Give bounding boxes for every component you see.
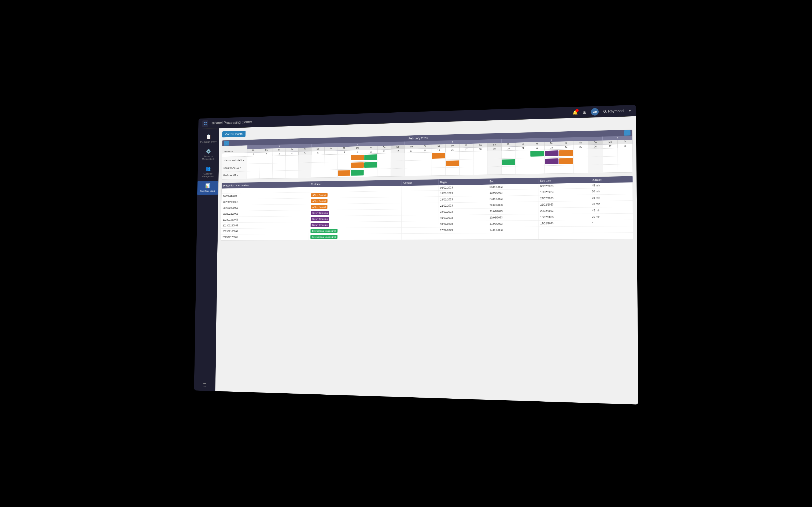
resource-cell-1-12[interactable]	[404, 160, 418, 168]
sidebar-item-shopfloor-board[interactable]: 📊 Shopfloor Board	[197, 181, 218, 195]
resource-cell-2-16[interactable]	[459, 167, 473, 175]
expand-icon-1[interactable]: ▾	[240, 167, 241, 169]
order-block[interactable]	[530, 151, 544, 157]
resource-cell-1-17[interactable]	[473, 159, 487, 167]
resource-cell-0-1[interactable]	[260, 156, 272, 164]
resource-cell-1-10[interactable]	[377, 161, 391, 169]
resource-cell-1-24[interactable]	[573, 157, 588, 165]
resource-cell-2-23[interactable]	[559, 165, 573, 173]
resource-cell-2-13[interactable]	[418, 168, 432, 176]
resource-cell-0-26[interactable]	[603, 148, 617, 157]
resource-cell-0-21[interactable]	[530, 150, 544, 158]
resource-cell-2-8[interactable]	[351, 169, 364, 177]
resource-cell-1-8[interactable]	[351, 162, 364, 169]
resource-cell-1-9[interactable]	[364, 161, 377, 169]
resource-cell-2-1[interactable]	[259, 171, 272, 178]
resource-cell-2-22[interactable]	[544, 166, 559, 174]
resource-cell-2-12[interactable]	[404, 168, 418, 176]
resource-cell-0-18[interactable]	[487, 151, 501, 159]
resource-cell-0-14[interactable]	[432, 152, 445, 160]
resource-cell-1-23[interactable]	[559, 157, 573, 165]
resource-cell-2-24[interactable]	[573, 165, 588, 173]
sidebar-item-resource-management[interactable]: ⚙️ Resource Management	[198, 146, 219, 163]
resource-cell-1-27[interactable]	[617, 156, 632, 164]
expand-icon-2[interactable]: ▾	[237, 174, 238, 176]
order-block[interactable]	[559, 150, 573, 156]
order-block[interactable]	[545, 151, 558, 156]
resource-cell-1-20[interactable]	[515, 158, 530, 166]
order-block[interactable]	[338, 170, 350, 176]
grid-view-icon[interactable]: ⊞	[583, 109, 587, 115]
resource-cell-1-25[interactable]	[588, 157, 603, 165]
resource-cell-2-25[interactable]	[588, 165, 603, 173]
resource-cell-1-13[interactable]	[418, 160, 432, 168]
resource-cell-1-18[interactable]	[487, 159, 501, 167]
resource-cell-2-21[interactable]	[530, 166, 544, 174]
resource-cell-1-1[interactable]	[260, 164, 272, 171]
user-dropdown-icon[interactable]: ▼	[628, 109, 631, 112]
order-block[interactable]	[351, 170, 364, 176]
resource-cell-1-16[interactable]	[459, 159, 473, 167]
resource-cell-2-14[interactable]	[432, 168, 445, 176]
resource-cell-0-11[interactable]	[391, 153, 404, 161]
resource-cell-0-5[interactable]	[311, 155, 324, 162]
resource-cell-0-3[interactable]	[285, 155, 298, 163]
resource-cell-1-22[interactable]	[544, 158, 559, 166]
resource-cell-0-23[interactable]	[559, 149, 573, 157]
resource-cell-1-14[interactable]	[432, 160, 445, 168]
resource-cell-2-17[interactable]	[473, 167, 487, 175]
order-block[interactable]	[364, 155, 377, 160]
resource-cell-0-16[interactable]	[459, 152, 473, 159]
resource-cell-2-10[interactable]	[377, 169, 391, 177]
sidebar-menu-toggle[interactable]: ☰	[203, 383, 207, 388]
resource-cell-0-12[interactable]	[404, 153, 418, 161]
resource-cell-2-11[interactable]	[391, 168, 404, 176]
resource-cell-0-0[interactable]	[247, 156, 260, 164]
order-block[interactable]	[559, 158, 573, 164]
resource-cell-2-5[interactable]	[311, 170, 324, 177]
resource-cell-1-6[interactable]	[324, 162, 337, 170]
order-block[interactable]	[364, 162, 377, 168]
resource-cell-1-15[interactable]	[445, 160, 459, 167]
resource-cell-2-2[interactable]	[272, 171, 285, 178]
resource-cell-0-19[interactable]	[501, 151, 515, 158]
resource-cell-1-11[interactable]	[391, 161, 404, 169]
resource-cell-0-8[interactable]	[351, 154, 364, 162]
order-block[interactable]	[446, 160, 459, 166]
expand-icon-0[interactable]: ▾	[243, 159, 244, 161]
resource-cell-1-19[interactable]	[501, 158, 515, 166]
order-block[interactable]	[351, 162, 364, 168]
resource-cell-0-9[interactable]	[364, 154, 377, 161]
sidebar-item-production-orders[interactable]: 📋 Production orders	[198, 131, 219, 146]
resource-cell-0-6[interactable]	[324, 155, 338, 162]
resource-cell-2-20[interactable]	[515, 166, 530, 174]
resource-cell-2-27[interactable]	[618, 164, 633, 172]
resource-cell-2-18[interactable]	[487, 167, 501, 175]
resource-cell-2-26[interactable]	[603, 164, 617, 173]
resource-cell-0-22[interactable]	[544, 150, 559, 158]
resource-cell-2-4[interactable]	[298, 170, 311, 178]
resource-cell-0-4[interactable]	[298, 155, 311, 163]
resource-cell-0-20[interactable]	[515, 150, 530, 158]
resource-cell-0-7[interactable]	[338, 154, 351, 162]
calendar-prev-button[interactable]: ←	[224, 141, 229, 146]
resource-cell-2-19[interactable]	[501, 166, 515, 174]
resource-cell-0-15[interactable]	[445, 152, 459, 160]
resource-cell-0-25[interactable]	[588, 149, 603, 157]
resource-cell-0-13[interactable]	[418, 152, 432, 160]
order-block[interactable]	[432, 153, 445, 159]
resource-cell-2-7[interactable]	[337, 169, 351, 177]
resource-cell-1-5[interactable]	[311, 162, 324, 170]
resource-cell-2-15[interactable]	[445, 167, 459, 175]
sidebar-item-customer-management[interactable]: 👥 Customer Management	[198, 164, 218, 180]
resource-cell-0-10[interactable]	[377, 153, 391, 161]
resource-cell-1-7[interactable]	[337, 162, 351, 169]
calendar-next-button[interactable]: →	[624, 130, 630, 135]
resource-cell-1-2[interactable]	[272, 163, 285, 171]
resource-cell-0-24[interactable]	[573, 149, 588, 157]
resource-cell-1-26[interactable]	[603, 156, 617, 165]
resource-cell-1-21[interactable]	[530, 158, 544, 166]
resource-cell-0-27[interactable]	[617, 148, 632, 156]
order-block[interactable]	[351, 155, 364, 160]
resource-cell-0-2[interactable]	[272, 156, 286, 163]
